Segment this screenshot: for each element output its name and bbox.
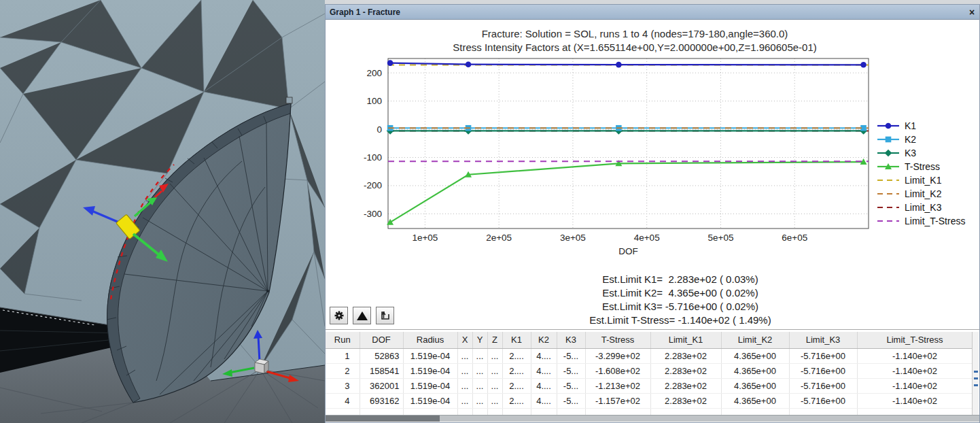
horizontal-scrollbar[interactable] <box>326 415 979 422</box>
table-cell: 2.... <box>502 348 531 363</box>
table-cell: 693162 <box>360 393 403 408</box>
estimated-limits-block: Est.Limit K1= 2.283e+02 ( 0.03%) Est.Lim… <box>408 273 952 327</box>
table-header-cell[interactable]: X <box>457 332 472 348</box>
graph-window: Graph 1 - Fracture × Fracture: Solution … <box>325 4 980 423</box>
est-limit-k2: Est.Limit K2= 4.365e+00 ( 0.02%) <box>408 286 952 300</box>
table-header-cell[interactable]: DOF <box>360 332 403 348</box>
table-cell: 1.519e-04 <box>403 378 457 393</box>
horizontal-scrollbar-thumb[interactable] <box>326 416 440 422</box>
table-header-cell[interactable]: Limit_K1 <box>650 332 721 348</box>
table-header-cell[interactable]: T-Stress <box>585 332 650 348</box>
series-line-T-Stress <box>390 162 863 222</box>
table-cell: -1.140e+02 <box>857 393 973 408</box>
vertical-scrollbar[interactable] <box>972 332 979 417</box>
legend-label: K3 <box>905 148 916 158</box>
table-cell: 3 <box>326 378 360 393</box>
table-row[interactable]: 21585411.519e-04.........2....4....-5...… <box>326 363 973 378</box>
table-cell: ... <box>472 363 487 378</box>
x-axis-tick-label: 2e+05 <box>486 233 512 243</box>
marker-style-button[interactable] <box>353 307 371 324</box>
table-cell: 1.519e-04 <box>403 348 457 363</box>
series-line-K1 <box>390 63 863 65</box>
table-cell: ... <box>487 348 502 363</box>
y-axis-tick-label: -300 <box>364 209 382 219</box>
table-cell: 158541 <box>360 363 403 378</box>
settings-button[interactable] <box>330 307 348 324</box>
legend-item-Limit_K2: Limit_K2 <box>877 188 942 199</box>
legend-label: Limit_T-Stress <box>905 216 965 226</box>
chart-title-block: Fracture: Solution = SOL, runs 1 to 4 (n… <box>326 27 944 54</box>
table-cell: 4.365e+00 <box>721 348 789 363</box>
est-limit-tstress: Est.Limit T-Stress= -1.140e+02 ( 1.49%) <box>408 314 952 327</box>
table-header-cell[interactable]: Limit_K3 <box>789 332 857 348</box>
fracture-chart[interactable]: 1e+052e+053e+054e+055e+056e+052001000-10… <box>326 54 980 258</box>
graph-toolbar <box>330 307 394 324</box>
legend-label: Limit_K3 <box>905 202 942 213</box>
y-axis-tick-label: 200 <box>366 68 382 78</box>
table-cell: 4.... <box>531 348 557 363</box>
results-table-wrap: RunDOFRadiusXYZK1K2K3T-StressLimit_K1Lim… <box>326 332 973 417</box>
table-header-cell[interactable]: K3 <box>557 332 585 348</box>
window-title: Graph 1 - Fracture <box>326 7 964 17</box>
table-cell: -5... <box>557 378 585 393</box>
results-table[interactable]: RunDOFRadiusXYZK1K2K3T-StressLimit_K1Lim… <box>326 332 973 417</box>
legend-label: K2 <box>905 134 916 145</box>
table-header-cell[interactable]: Z <box>487 332 502 348</box>
table-cell: 52863 <box>360 348 403 363</box>
table-cell: ... <box>472 378 487 393</box>
table-header-cell[interactable]: Limit_T-Stress <box>857 332 973 348</box>
legend-label: K1 <box>905 120 916 131</box>
table-cell: ... <box>457 348 472 363</box>
table-header-cell[interactable]: K1 <box>502 332 531 348</box>
legend-item-K2: K2 <box>877 134 916 145</box>
table-cell: ... <box>487 363 502 378</box>
triad-origin-cube <box>255 359 268 373</box>
y-axis-tick-label: -200 <box>364 180 382 190</box>
table-header-cell[interactable]: Radius <box>403 332 457 348</box>
close-icon[interactable]: × <box>964 7 979 18</box>
gear-icon <box>334 310 345 321</box>
legend-item-K3: K3 <box>877 148 916 158</box>
y-axis-tick-label: -100 <box>364 152 382 163</box>
table-row[interactable]: 33620011.519e-04.........2....4....-5...… <box>326 378 973 393</box>
table-row[interactable]: 46931621.519e-04.........2....4....-5...… <box>326 393 973 408</box>
window-title-bar[interactable]: Graph 1 - Fracture × <box>326 5 979 20</box>
pop-out-icon <box>380 310 391 321</box>
table-cell: 2.... <box>502 363 531 378</box>
table-header-cell[interactable]: K2 <box>531 332 557 348</box>
scrollbar-mark <box>974 384 978 386</box>
est-limit-k3: Est.Limit K3= -5.716e+00 ( 0.02%) <box>408 300 952 314</box>
x-axis-label: DOF <box>618 246 638 256</box>
table-cell: 2.283e+02 <box>650 363 721 378</box>
table-cell: 4.... <box>531 363 557 378</box>
table-cell: ... <box>472 348 487 363</box>
table-header-cell[interactable]: Y <box>472 332 487 348</box>
legend-label: T-Stress <box>905 161 940 172</box>
legend-label: Limit_K1 <box>905 175 942 186</box>
table-header-cell[interactable]: Limit_K2 <box>721 332 789 348</box>
table-cell: 2 <box>326 363 360 378</box>
legend-item-Limit_T-Stress: Limit_T-Stress <box>877 216 965 226</box>
table-cell: ... <box>487 378 502 393</box>
y-axis-tick-label: 0 <box>377 124 382 135</box>
table-cell: 362001 <box>360 378 403 393</box>
table-header-row: RunDOFRadiusXYZK1K2K3T-StressLimit_K1Lim… <box>326 332 973 348</box>
table-cell: -3.299e+02 <box>585 348 650 363</box>
table-cell: 4 <box>326 393 360 408</box>
x-axis-tick-label: 3e+05 <box>560 233 586 243</box>
table-cell: -5.716e+00 <box>789 378 857 393</box>
table-header-cell[interactable]: Run <box>326 332 360 348</box>
x-axis-tick-label: 6e+05 <box>782 233 807 243</box>
scrollbar-mark <box>974 377 978 379</box>
table-row[interactable]: 1528631.519e-04.........2....4....-5...-… <box>326 348 973 363</box>
legend-item-T-Stress: T-Stress <box>877 161 940 172</box>
table-cell: 4.365e+00 <box>721 378 789 393</box>
table-cell: ... <box>457 363 472 378</box>
est-limit-k1: Est.Limit K1= 2.283e+02 ( 0.03%) <box>408 273 952 286</box>
x-axis-tick-label: 4e+05 <box>634 233 660 243</box>
table-cell: ... <box>457 378 472 393</box>
export-graph-button[interactable] <box>376 307 394 324</box>
table-cell: 4.365e+00 <box>721 363 789 378</box>
table-cell: -5... <box>557 348 585 363</box>
table-cell: 1 <box>326 348 360 363</box>
